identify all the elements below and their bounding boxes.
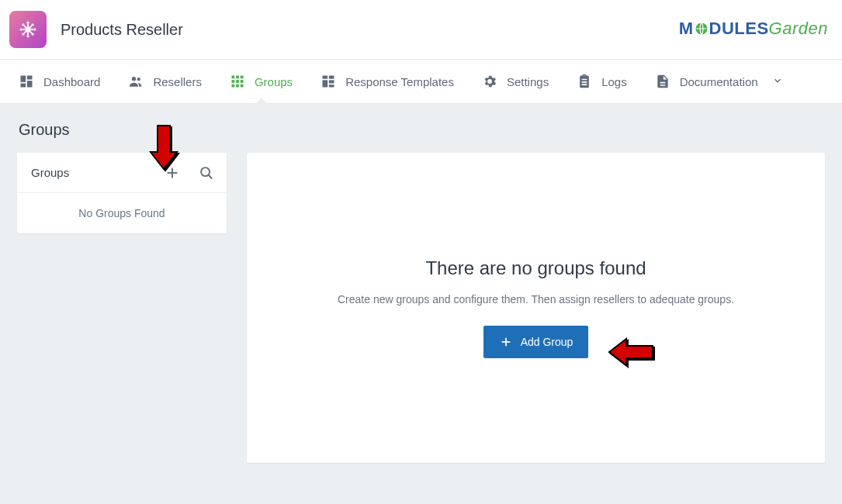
brand-part1: M <box>679 19 694 38</box>
nav-label: Logs <box>601 75 627 88</box>
nav-label: Response Templates <box>345 75 454 88</box>
svg-rect-35 <box>323 80 328 87</box>
svg-rect-30 <box>231 85 234 88</box>
svg-line-15 <box>24 32 26 33</box>
svg-marker-44 <box>609 339 653 365</box>
svg-rect-25 <box>236 76 239 79</box>
brand-logo: M DULESGarden <box>679 19 828 41</box>
svg-rect-34 <box>329 76 334 79</box>
add-group-button[interactable]: Add Group <box>483 326 589 358</box>
svg-point-0 <box>25 26 30 32</box>
svg-line-13 <box>24 26 26 27</box>
document-icon <box>655 74 670 89</box>
svg-rect-29 <box>241 80 244 83</box>
nav-dashboard[interactable]: Dashboard <box>5 60 114 103</box>
svg-point-40 <box>201 167 210 176</box>
annotation-arrow-left-icon <box>608 336 654 368</box>
side-card-empty: No Groups Found <box>17 193 227 233</box>
content-row: Groups No Groups Found There are no grou… <box>17 153 825 463</box>
svg-rect-36 <box>329 80 334 83</box>
empty-title: There are no groups found <box>338 257 734 279</box>
svg-point-22 <box>132 77 136 81</box>
svg-point-1 <box>26 22 29 24</box>
nav-documentation[interactable]: Documentation <box>641 60 797 103</box>
svg-rect-20 <box>27 81 33 87</box>
svg-point-6 <box>31 23 33 26</box>
svg-line-14 <box>30 26 32 27</box>
search-icon-button[interactable] <box>196 162 217 184</box>
brand-part2: DULES <box>709 19 769 38</box>
svg-rect-33 <box>323 76 328 79</box>
empty-state: There are no groups found Create new gro… <box>314 226 757 389</box>
gear-icon <box>482 74 497 89</box>
clipboard-icon <box>577 74 592 89</box>
annotation-arrow-down-icon <box>147 124 180 171</box>
people-icon <box>128 74 144 89</box>
empty-subtitle: Create new groups and configure them. Th… <box>338 293 734 306</box>
app-title: Products Reseller <box>61 21 183 39</box>
brand-part3: Garden <box>769 19 828 38</box>
svg-rect-37 <box>329 85 334 87</box>
nav-settings[interactable]: Settings <box>468 60 563 103</box>
page-body: Groups Groups No Groups Found There are <box>0 104 842 480</box>
svg-rect-26 <box>241 76 244 79</box>
groups-main-card: There are no groups found Create new gro… <box>247 153 825 463</box>
svg-point-3 <box>20 28 23 30</box>
nav-groups[interactable]: Groups <box>216 60 307 103</box>
nav-resellers[interactable]: Resellers <box>114 60 216 103</box>
nav-label: Documentation <box>680 75 758 88</box>
groups-side-card: Groups No Groups Found <box>17 153 227 233</box>
svg-point-5 <box>22 23 24 26</box>
template-icon <box>321 74 336 89</box>
svg-point-8 <box>31 33 33 35</box>
brand-left: Products Reseller <box>9 11 183 48</box>
svg-line-16 <box>30 32 32 33</box>
svg-point-4 <box>33 28 36 30</box>
chevron-down-icon <box>772 75 783 88</box>
svg-line-41 <box>209 174 213 178</box>
app-logo <box>9 11 47 48</box>
svg-rect-18 <box>21 76 26 82</box>
svg-point-23 <box>137 78 140 81</box>
search-icon <box>198 164 215 181</box>
grid-icon <box>230 74 245 89</box>
svg-rect-21 <box>21 84 26 88</box>
header-bar: Products Reseller M DULESGarden <box>0 0 842 59</box>
gear-network-icon <box>17 19 39 40</box>
svg-rect-27 <box>231 80 234 83</box>
svg-rect-31 <box>236 85 239 88</box>
nav-label: Groups <box>255 75 293 88</box>
page-title: Groups <box>19 121 825 139</box>
nav-logs[interactable]: Logs <box>563 60 641 103</box>
svg-rect-19 <box>27 76 33 80</box>
svg-rect-28 <box>236 80 239 83</box>
dashboard-icon <box>19 74 34 89</box>
svg-point-2 <box>26 35 29 37</box>
main-nav: Dashboard Resellers Groups Response Temp… <box>0 59 842 104</box>
svg-rect-32 <box>241 85 244 88</box>
svg-marker-45 <box>151 126 177 169</box>
svg-rect-24 <box>231 76 234 79</box>
add-group-button-label: Add Group <box>521 336 573 348</box>
nav-label: Settings <box>507 75 549 88</box>
nav-label: Resellers <box>153 75 202 88</box>
side-card-header: Groups <box>17 153 227 193</box>
side-card-title: Groups <box>31 166 69 179</box>
nav-label: Dashboard <box>43 75 100 88</box>
nav-response-templates[interactable]: Response Templates <box>307 60 468 103</box>
plus-icon <box>499 335 513 349</box>
globe-icon <box>694 21 709 41</box>
svg-point-7 <box>22 33 24 35</box>
